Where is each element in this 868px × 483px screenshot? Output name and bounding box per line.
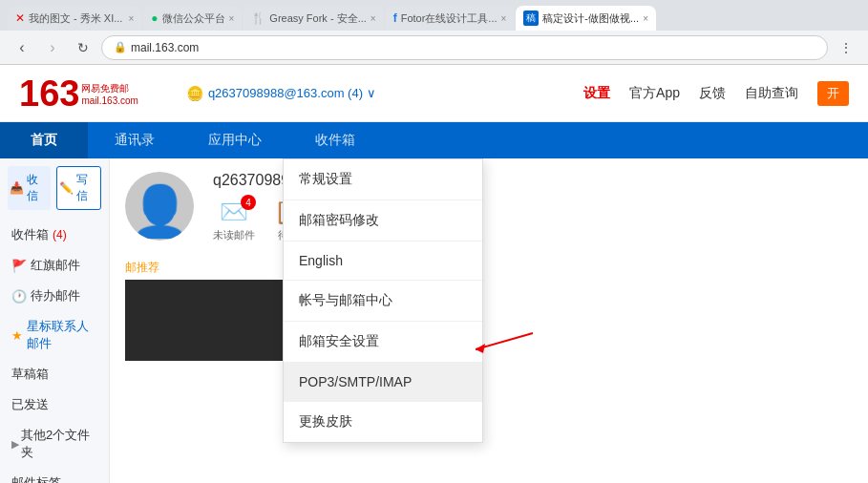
sidebar-action-buttons: 📥 收信 ✏️ 写信 bbox=[0, 166, 109, 220]
open-button[interactable]: 开 bbox=[817, 81, 849, 106]
receive-button[interactable]: 📥 收信 bbox=[8, 166, 51, 210]
tab2-label: 微信公众平台 bbox=[162, 11, 225, 26]
unread-badge: 4 bbox=[241, 195, 256, 210]
inbox-count: (4) bbox=[53, 228, 67, 242]
tab-contacts[interactable]: 通讯录 bbox=[88, 122, 181, 158]
sidebar-item-redflag[interactable]: 🚩 红旗邮件 bbox=[0, 250, 109, 281]
tab5-close[interactable]: × bbox=[643, 13, 648, 24]
drafts-label: 草稿箱 bbox=[11, 367, 49, 381]
mail-icon-wrapper: ✉️ 4 bbox=[220, 199, 248, 225]
tags-label: 邮件标签 bbox=[11, 475, 61, 483]
tab-app-center[interactable]: 应用中心 bbox=[181, 122, 288, 158]
dropdown-menu: 常规设置 邮箱密码修改 English 帐号与邮箱中心 邮箱安全设置 POP3/… bbox=[283, 158, 483, 443]
starred-label: 星标联系人邮件 bbox=[27, 318, 97, 352]
account-coin-icon: 🪙 bbox=[186, 85, 204, 102]
write-icon: ✏️ bbox=[59, 181, 74, 195]
dropdown-item-skin[interactable]: 更换皮肤 bbox=[284, 402, 482, 442]
tab5-label: 稿定设计-做图做视... bbox=[542, 11, 639, 26]
address-bar[interactable]: 🔒 mail.163.com bbox=[101, 35, 828, 60]
sidebar-item-pending[interactable]: 🕐 待办邮件 bbox=[0, 281, 109, 311]
sidebar-item-starred[interactable]: ★ 星标联系人邮件 bbox=[0, 311, 109, 359]
nav-help[interactable]: 自助查询 bbox=[745, 85, 798, 102]
dropdown-item-pop3[interactable]: POP3/SMTP/IMAP bbox=[284, 363, 482, 402]
tab4-favicon: f bbox=[393, 11, 397, 25]
dropdown-item-english[interactable]: English bbox=[284, 242, 482, 281]
other-folders-label: 其他2个文件夹 bbox=[21, 427, 97, 461]
tab5-favicon: 稿 bbox=[523, 10, 539, 26]
logo-area: 163 网易免费邮mail.163.com bbox=[19, 75, 138, 112]
tab-2[interactable]: ● 微信公众平台 × bbox=[143, 6, 242, 31]
forward-button[interactable]: › bbox=[40, 35, 65, 60]
tab-inbox[interactable]: 收件箱 bbox=[288, 122, 382, 158]
dropdown-item-account-center[interactable]: 帐号与邮箱中心 bbox=[284, 281, 482, 322]
profile-section: 👤 q2637098988, ✉️ 4 未读邮件 bbox=[125, 172, 853, 242]
sidebar-item-tags[interactable]: 邮件标签 bbox=[0, 468, 109, 483]
body-area: 📥 收信 ✏️ 写信 收件箱 (4) 🚩 红旗邮件 🕐 待办邮件 bbox=[0, 158, 868, 483]
write-label: 写信 bbox=[76, 172, 98, 204]
tab-1[interactable]: ✕ 我的图文 - 秀米 XI... × bbox=[8, 6, 141, 31]
dropdown-item-security[interactable]: 邮箱安全设置 bbox=[284, 322, 482, 363]
back-button[interactable]: ‹ bbox=[10, 35, 34, 60]
sent-label: 已发送 bbox=[11, 397, 49, 411]
sidebar-item-inbox[interactable]: 收件箱 (4) bbox=[0, 220, 109, 250]
ad-label: 邮推荐 bbox=[125, 261, 159, 274]
redflag-label: 红旗邮件 bbox=[31, 257, 80, 274]
nav-settings[interactable]: 设置 bbox=[583, 85, 610, 102]
tab2-favicon: ● bbox=[151, 11, 158, 25]
url-text: mail.163.com bbox=[131, 41, 199, 54]
main-content: 👤 q2637098988, ✉️ 4 未读邮件 bbox=[110, 158, 868, 483]
dropdown-item-general[interactable]: 常规设置 bbox=[284, 159, 482, 200]
extensions-button[interactable]: ⋮ bbox=[834, 35, 858, 60]
logo-subtitle: 网易免费邮mail.163.com bbox=[81, 82, 138, 107]
tab-4[interactable]: f Fotor在线设计工具... × bbox=[386, 6, 515, 31]
tab2-close[interactable]: × bbox=[229, 13, 235, 24]
mail-header: 163 网易免费邮mail.163.com 🪙 q2637098988@163.… bbox=[0, 65, 868, 122]
tab3-label: Greasy Fork - 安全... bbox=[269, 11, 366, 26]
sidebar: 📥 收信 ✏️ 写信 收件箱 (4) 🚩 红旗邮件 🕐 待办邮件 bbox=[0, 158, 110, 483]
account-dropdown-icon[interactable]: ∨ bbox=[367, 86, 376, 100]
tab1-favicon: ✕ bbox=[15, 11, 25, 25]
nav-menu: 设置 官方App 反馈 自助查询 开 bbox=[583, 81, 849, 106]
arrow-svg bbox=[466, 328, 542, 357]
tab4-close[interactable]: × bbox=[501, 13, 507, 24]
browser-chrome: ✕ 我的图文 - 秀米 XI... × ● 微信公众平台 × 🍴 Greasy … bbox=[0, 0, 868, 31]
tab1-label: 我的图文 - 秀米 XI... bbox=[29, 11, 122, 26]
unread-mail-action[interactable]: ✉️ 4 未读邮件 bbox=[213, 199, 255, 242]
account-area: 🪙 q2637098988@163.com (4) ∨ bbox=[186, 85, 376, 102]
pending-label: 待办邮件 bbox=[31, 287, 80, 304]
main-tabs: 首页 通讯录 应用中心 收件箱 bbox=[0, 122, 868, 158]
receive-label: 收信 bbox=[27, 172, 49, 204]
tab-home[interactable]: 首页 bbox=[0, 122, 88, 158]
star-icon: ★ bbox=[11, 328, 23, 343]
page-content: 163 网易免费邮mail.163.com 🪙 q2637098988@163.… bbox=[0, 65, 868, 483]
browser-toolbar: ‹ › ↻ 🔒 mail.163.com ⋮ bbox=[0, 31, 868, 65]
tab3-close[interactable]: × bbox=[370, 13, 376, 24]
account-email[interactable]: q2637098988@163.com (4) bbox=[208, 86, 363, 100]
receive-icon: 📥 bbox=[10, 181, 24, 195]
arrow-indicator bbox=[466, 328, 542, 360]
clock-icon: 🕐 bbox=[11, 289, 27, 304]
tab1-close[interactable]: × bbox=[128, 13, 134, 24]
write-button[interactable]: ✏️ 写信 bbox=[56, 166, 101, 210]
tab3-favicon: 🍴 bbox=[251, 11, 265, 25]
tab-3[interactable]: 🍴 Greasy Fork - 安全... × bbox=[243, 6, 383, 31]
tab-5[interactable]: 稿 稿定设计-做图做视... × bbox=[516, 6, 656, 31]
avatar-icon: 👤 bbox=[129, 186, 191, 236]
lock-icon: 🔒 bbox=[114, 41, 127, 53]
nav-feedback[interactable]: 反馈 bbox=[699, 85, 726, 102]
reload-button[interactable]: ↻ bbox=[71, 35, 95, 60]
avatar: 👤 bbox=[125, 172, 194, 241]
sidebar-item-other-folders[interactable]: ▶ 其他2个文件夹 bbox=[0, 420, 109, 468]
sidebar-item-sent[interactable]: 已发送 bbox=[0, 389, 109, 420]
sidebar-item-drafts[interactable]: 草稿箱 bbox=[0, 359, 109, 389]
nav-official-app[interactable]: 官方App bbox=[629, 85, 680, 102]
flag-icon: 🚩 bbox=[11, 259, 27, 273]
chevron-right-icon: ▶ bbox=[11, 438, 19, 451]
logo-163: 163 bbox=[19, 75, 79, 112]
tab4-label: Fotor在线设计工具... bbox=[401, 11, 498, 26]
unread-label: 未读邮件 bbox=[213, 228, 255, 242]
inbox-label: 收件箱 bbox=[11, 226, 49, 243]
dropdown-item-password[interactable]: 邮箱密码修改 bbox=[284, 200, 482, 242]
